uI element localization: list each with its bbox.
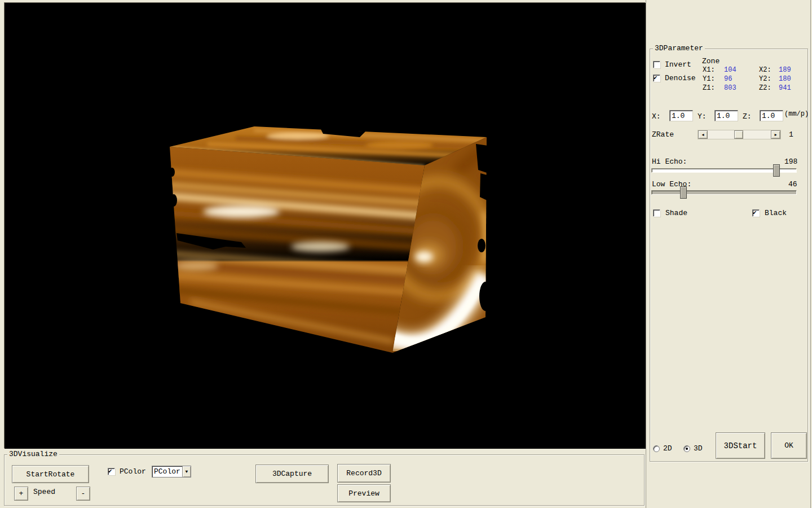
mode-3d-radio[interactable] [683, 445, 690, 452]
check-icon: ✔ [108, 467, 112, 475]
zone-x1-value: 104 [724, 66, 736, 74]
shade-label: Shade [665, 209, 687, 217]
ok-button[interactable]: OK [771, 432, 807, 459]
zrate-scrollbar-thumb[interactable] [734, 130, 743, 139]
black-checkbox[interactable]: ✔ [752, 209, 760, 217]
shade-checkbox[interactable]: ✔ [653, 209, 660, 217]
check-icon: ✔ [753, 209, 757, 216]
zone-y1-label: Y1: [703, 75, 715, 83]
black-label: Black [765, 209, 787, 217]
zone-z1-label: Z1: [703, 84, 715, 92]
zrate-scrollbar[interactable]: ◄ ► [698, 130, 781, 139]
zrate-scroll-left-button[interactable]: ◄ [698, 130, 708, 139]
speed-plus-button[interactable]: + [14, 487, 28, 501]
dropdown-button[interactable]: ▼ [182, 466, 191, 477]
scale-y-input[interactable] [714, 110, 738, 121]
pcolor-dropdown-value: PColor [152, 467, 182, 476]
low-echo-value: 46 [788, 180, 797, 189]
speed-minus-button[interactable]: - [76, 487, 90, 501]
3dvisualize-group-label: 3DVisualize [7, 450, 59, 458]
zone-z1-value: 803 [724, 84, 736, 92]
scale-z-label: Z: [743, 112, 752, 121]
scroll-left-icon: ◄ [701, 133, 704, 137]
preview-button[interactable]: Preview [337, 484, 391, 502]
pcolor-label: PColor [120, 467, 146, 476]
scroll-right-icon: ► [774, 133, 776, 137]
hi-echo-slider-thumb[interactable] [773, 164, 780, 177]
start-rotate-button[interactable]: StartRotate [12, 465, 89, 483]
zone-x1-label: X1: [703, 66, 715, 74]
3d-viewport[interactable] [4, 2, 645, 448]
scale-y-label: Y: [698, 112, 707, 121]
denoise-label: Denoise [665, 74, 696, 82]
zrate-label: ZRate [652, 130, 674, 139]
3dparameter-groupbox: 3DParameter ✔ Invert ✔ Denoise Zone X1: … [650, 49, 808, 462]
hi-echo-value: 198 [784, 157, 797, 166]
denoise-checkbox[interactable]: ✔ [653, 75, 660, 82]
zone-z2-label: Z2: [759, 84, 771, 92]
zone-y2-label: Y2: [759, 75, 771, 83]
radio-dot [686, 448, 688, 450]
zone-y1-value: 96 [724, 75, 732, 83]
app-window: { "icons": { "check": "✔", "dropdown_arr… [0, 0, 812, 508]
invert-checkbox[interactable]: ✔ [653, 61, 660, 68]
scale-x-input[interactable] [669, 110, 693, 121]
3dparameter-group-label: 3DParameter [653, 44, 705, 52]
chevron-down-icon: ▼ [186, 469, 188, 474]
scale-z-input[interactable] [760, 110, 783, 121]
3dstart-button[interactable]: 3DStart [716, 432, 765, 459]
zrate-scroll-right-button[interactable]: ► [771, 130, 780, 139]
low-echo-slider-track[interactable] [651, 190, 797, 195]
scale-unit-label: (mm/p) [784, 110, 809, 118]
zone-z2-value: 941 [779, 84, 791, 92]
zrate-value: 1 [789, 130, 793, 139]
zone-label: Zone [702, 57, 720, 65]
pcolor-checkbox[interactable]: ✔ [108, 468, 115, 475]
low-echo-slider-thumb[interactable] [680, 186, 687, 199]
mode-3d-label: 3D [694, 444, 703, 453]
3dcapture-button[interactable]: 3DCapture [255, 465, 329, 483]
volume-render-3d [5, 3, 646, 449]
mode-2d-radio[interactable] [653, 445, 660, 452]
window-right-edge [810, 0, 811, 508]
panel-divider [646, 0, 646, 508]
pcolor-dropdown[interactable]: PColor ▼ [152, 466, 191, 478]
zone-x2-value: 189 [779, 66, 791, 74]
hi-echo-label: Hi Echo: [652, 157, 687, 166]
record3d-button[interactable]: Record3D [337, 464, 391, 483]
zone-y2-value: 180 [779, 75, 791, 83]
scale-x-label: X: [652, 112, 661, 121]
mode-2d-label: 2D [663, 444, 672, 453]
invert-label: Invert [665, 60, 691, 69]
zone-x2-label: X2: [759, 66, 771, 74]
3dvisualize-groupbox: 3DVisualize StartRotate ✔ PColor PColor … [4, 454, 645, 506]
speed-label: Speed [33, 488, 55, 496]
check-icon: ✔ [654, 74, 657, 81]
